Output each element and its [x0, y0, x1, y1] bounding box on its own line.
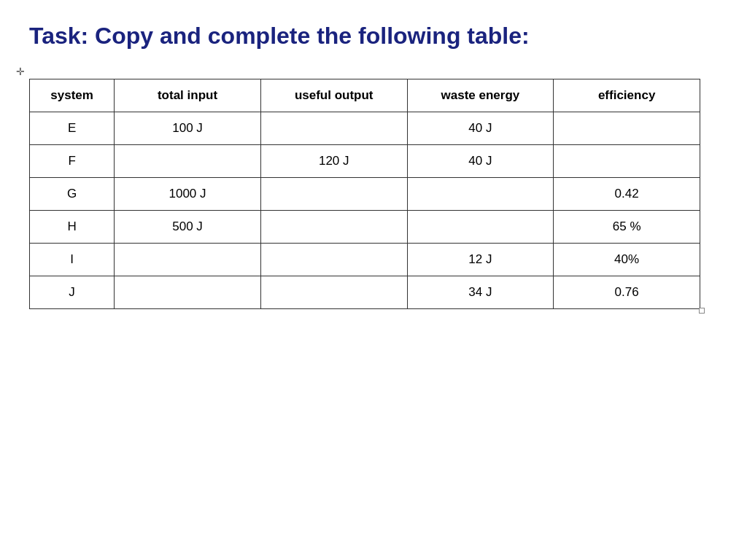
- cell-waste_energy-3: [407, 211, 554, 244]
- cell-useful_output-5: [260, 276, 407, 309]
- cell-waste_energy-4: 12 J: [407, 244, 554, 276]
- header-row: system total input useful output waste e…: [30, 79, 700, 112]
- col-header-waste-energy: waste energy: [407, 79, 554, 112]
- data-table: system total input useful output waste e…: [29, 79, 700, 309]
- cell-total_input-0: 100 J: [115, 112, 261, 145]
- table-row: G1000 J0.42: [30, 178, 700, 211]
- table-row: I12 J40%: [30, 244, 700, 276]
- cell-useful_output-4: [260, 244, 407, 276]
- move-icon[interactable]: ✛: [16, 66, 25, 77]
- cell-system-3: H: [30, 211, 115, 244]
- cell-system-1: F: [30, 145, 115, 178]
- cell-waste_energy-2: [407, 178, 554, 211]
- cell-efficiency-3: 65 %: [554, 211, 700, 244]
- cell-efficiency-5: 0.76: [554, 276, 700, 309]
- cell-system-0: E: [30, 112, 115, 145]
- table-wrapper: ✛ system total input useful output waste…: [29, 79, 700, 309]
- cell-useful_output-2: [260, 178, 407, 211]
- cell-useful_output-3: [260, 211, 407, 244]
- page-title: Task: Copy and complete the following ta…: [29, 22, 718, 50]
- col-header-efficiency: efficiency: [554, 79, 700, 112]
- cell-efficiency-2: 0.42: [554, 178, 700, 211]
- cell-useful_output-0: [260, 112, 407, 145]
- table-row: J34 J0.76: [30, 276, 700, 309]
- table-row: F120 J40 J: [30, 145, 700, 178]
- col-header-total-input: total input: [115, 79, 261, 112]
- cell-total_input-1: [115, 145, 261, 178]
- resize-handle[interactable]: [699, 308, 705, 314]
- cell-waste_energy-1: 40 J: [407, 145, 554, 178]
- cell-total_input-2: 1000 J: [115, 178, 261, 211]
- cell-useful_output-1: 120 J: [260, 145, 407, 178]
- cell-total_input-4: [115, 244, 261, 276]
- cell-waste_energy-0: 40 J: [407, 112, 554, 145]
- table-row: E100 J40 J: [30, 112, 700, 145]
- cell-waste_energy-5: 34 J: [407, 276, 554, 309]
- cell-total_input-5: [115, 276, 261, 309]
- cell-system-4: I: [30, 244, 115, 276]
- cell-system-2: G: [30, 178, 115, 211]
- table-row: H500 J65 %: [30, 211, 700, 244]
- cell-efficiency-4: 40%: [554, 244, 700, 276]
- cell-efficiency-0: [554, 112, 700, 145]
- col-header-system: system: [30, 79, 115, 112]
- cell-efficiency-1: [554, 145, 700, 178]
- col-header-useful-output: useful output: [260, 79, 407, 112]
- cell-system-5: J: [30, 276, 115, 309]
- cell-total_input-3: 500 J: [115, 211, 261, 244]
